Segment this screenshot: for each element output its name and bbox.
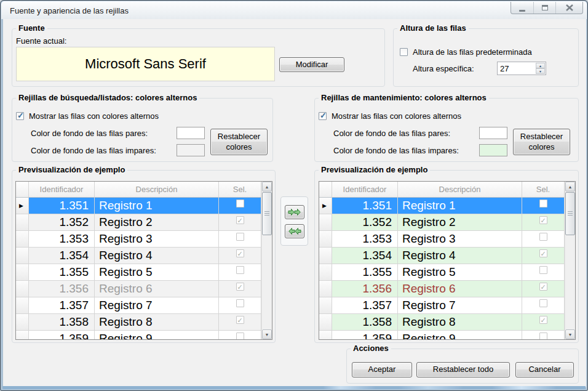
row-selector[interactable]	[319, 264, 332, 280]
row-checkbox[interactable]	[539, 233, 547, 241]
modify-font-button[interactable]: Modificar	[279, 57, 344, 72]
column-header[interactable]: Descripción	[95, 182, 219, 198]
row-selector[interactable]	[16, 248, 29, 264]
grid-row[interactable]: 1.355Registro 5	[16, 264, 261, 281]
grid-row[interactable]: 1.358Registro 8✓	[319, 314, 565, 331]
scrollbar-thumb[interactable]	[565, 192, 575, 235]
height-spinner[interactable]: 27 ▲ ▼	[497, 62, 546, 75]
grid-row[interactable]: 1.352Registro 2✓	[16, 214, 261, 231]
grid-row[interactable]: 1.353Registro 3	[319, 231, 565, 248]
row-checkbox[interactable]	[539, 299, 547, 307]
row-checkbox[interactable]: ✓	[539, 283, 547, 291]
grid-row[interactable]: 1.352Registro 2✓	[319, 214, 565, 231]
maint-reset-colors-button[interactable]: Restablecer colores	[513, 129, 570, 155]
cell-descripcion: Registro 9	[398, 331, 522, 340]
maint-alternate-colors-checkbox[interactable]	[319, 112, 327, 120]
scroll-down-button[interactable]: ▼	[565, 329, 575, 339]
cell-identificador: 1.358	[29, 314, 95, 330]
maint-odd-color-label: Color de fondo de las filas impares:	[333, 146, 459, 155]
cell-sel	[219, 331, 261, 340]
cell-identificador: 1.352	[332, 214, 398, 230]
row-checkbox[interactable]: ✓	[539, 249, 547, 257]
row-selector[interactable]: ▶	[16, 198, 29, 214]
row-checkbox[interactable]: ✓	[539, 216, 547, 224]
row-checkbox[interactable]: ✓	[539, 316, 547, 324]
move-left-button[interactable]	[285, 224, 304, 238]
grid-row[interactable]: 1.354Registro 4✓	[319, 248, 565, 264]
scroll-down-button[interactable]: ▼	[262, 329, 272, 339]
row-selector[interactable]	[16, 214, 29, 230]
row-checkbox[interactable]: ✓	[236, 283, 244, 291]
column-header[interactable]: Descripción	[398, 182, 522, 198]
grid-row[interactable]: ▶1.351Registro 1	[319, 198, 565, 214]
row-selector[interactable]	[319, 297, 332, 313]
row-selector[interactable]	[319, 214, 332, 230]
row-checkbox[interactable]	[236, 200, 244, 208]
search-odd-color-swatch[interactable]	[177, 144, 205, 156]
close-button[interactable]	[555, 2, 582, 14]
row-selector[interactable]	[16, 281, 29, 297]
spinner-up-button[interactable]: ▲	[536, 63, 545, 68]
grid-row[interactable]: 1.354Registro 4✓	[16, 248, 261, 264]
grid-row[interactable]: ▶1.351Registro 1	[16, 198, 261, 214]
cell-sel: ✓	[522, 281, 565, 297]
move-right-button[interactable]	[285, 205, 304, 219]
maint-even-color-swatch[interactable]	[479, 127, 507, 139]
row-selector[interactable]	[319, 281, 332, 297]
row-selector[interactable]	[16, 264, 29, 280]
row-selector[interactable]	[16, 314, 29, 330]
row-checkbox[interactable]	[539, 266, 547, 274]
row-selector[interactable]	[16, 231, 29, 247]
search-reset-colors-button[interactable]: Restablecer colores	[210, 129, 268, 155]
accept-button[interactable]: Aceptar	[352, 362, 412, 377]
grid-row[interactable]: 1.357Registro 7	[319, 297, 565, 314]
cancel-button[interactable]: Cancelar	[515, 362, 574, 377]
search-even-color-swatch[interactable]	[177, 127, 205, 139]
grid-row[interactable]: 1.356Registro 6✓	[16, 281, 261, 297]
default-row-height-checkbox[interactable]	[400, 48, 408, 56]
column-header[interactable]: Identificador	[29, 182, 95, 198]
search-alternate-colors-checkbox[interactable]	[16, 112, 24, 120]
row-checkbox[interactable]	[236, 333, 244, 340]
row-checkbox[interactable]	[236, 299, 244, 307]
maint-odd-color-swatch[interactable]	[479, 144, 507, 156]
column-header[interactable]: Sel.	[219, 182, 261, 198]
column-header[interactable]: Identificador	[332, 182, 398, 198]
grid-vertical-scrollbar[interactable]: ▲▼	[565, 182, 575, 339]
grid-vertical-scrollbar[interactable]: ▲▼	[261, 182, 272, 339]
spinner-down-button[interactable]: ▼	[536, 68, 545, 74]
specific-height-label: Altura específica:	[413, 64, 474, 73]
row-checkbox[interactable]: ✓	[236, 249, 244, 257]
row-checkbox[interactable]	[236, 233, 244, 241]
scrollbar-grip-icon	[264, 211, 269, 216]
title-bar[interactable]: Fuente y apariencia de las rejillas	[1, 1, 587, 19]
row-checkbox[interactable]: ✓	[236, 316, 244, 324]
minimize-button[interactable]	[511, 2, 533, 14]
scroll-up-button[interactable]: ▲	[262, 182, 272, 191]
grid-row[interactable]: 1.353Registro 3	[16, 231, 261, 248]
preview-grid-maint[interactable]: IdentificadorDescripciónSel.▶1.351Regist…	[319, 181, 576, 340]
row-selector[interactable]	[319, 314, 332, 330]
row-checkbox[interactable]	[539, 333, 547, 340]
grid-row[interactable]: 1.356Registro 6✓	[319, 281, 565, 297]
row-selector[interactable]	[319, 331, 332, 340]
grid-row[interactable]: 1.358Registro 8✓	[16, 314, 261, 331]
row-checkbox[interactable]	[539, 200, 547, 208]
grid-row[interactable]: 1.359Registro 9	[16, 331, 261, 340]
row-selector[interactable]	[16, 331, 29, 340]
grid-row[interactable]: 1.357Registro 7	[16, 297, 261, 314]
row-selector[interactable]	[319, 231, 332, 247]
grid-row[interactable]: 1.359Registro 9	[319, 331, 565, 340]
scrollbar-thumb[interactable]	[262, 192, 272, 235]
scroll-up-button[interactable]: ▲	[565, 182, 575, 191]
preview-grid-search[interactable]: IdentificadorDescripciónSel.▶1.351Regist…	[15, 181, 272, 340]
row-selector[interactable]	[319, 248, 332, 264]
maximize-button[interactable]	[533, 2, 555, 14]
row-selector[interactable]	[16, 297, 29, 313]
reset-all-button[interactable]: Restablecer todo	[416, 362, 510, 377]
column-header[interactable]: Sel.	[522, 182, 565, 198]
grid-row[interactable]: 1.355Registro 5	[319, 264, 565, 281]
row-selector[interactable]: ▶	[319, 198, 332, 214]
row-checkbox[interactable]: ✓	[236, 216, 244, 224]
row-checkbox[interactable]	[236, 266, 244, 274]
